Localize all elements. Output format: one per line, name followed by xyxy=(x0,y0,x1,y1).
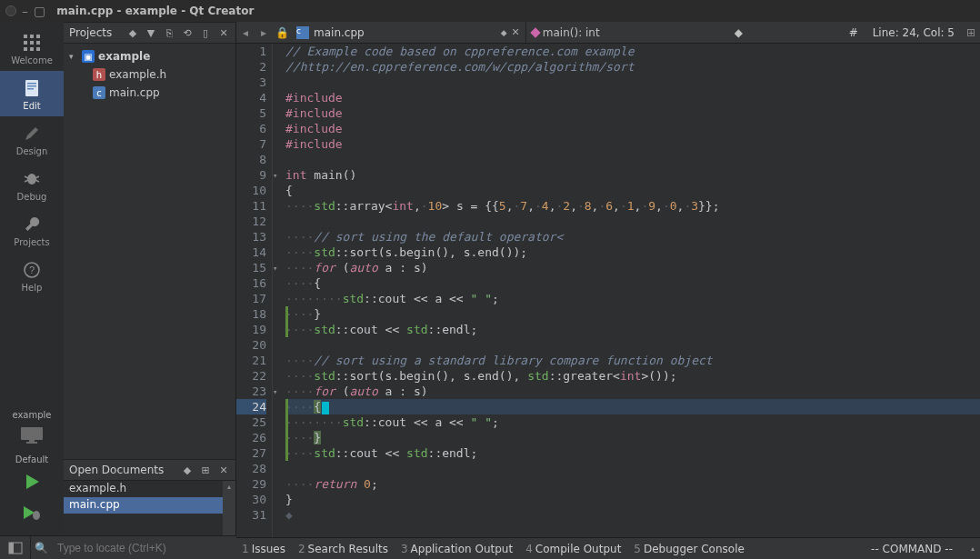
output-tab[interactable]: 1Issues xyxy=(242,543,285,555)
svg-rect-7 xyxy=(30,47,34,51)
svg-text:?: ? xyxy=(29,265,35,275)
file-tab[interactable]: c main.cpp ◆ ✕ xyxy=(291,22,526,43)
svg-rect-5 xyxy=(36,41,40,45)
split-editor-icon[interactable]: ⊞ xyxy=(962,26,980,39)
fold-column[interactable]: ▾▾▾ xyxy=(273,44,282,537)
svg-rect-11 xyxy=(27,85,36,87)
svg-line-15 xyxy=(35,176,39,178)
chevron-up-icon[interactable]: ▴ xyxy=(971,544,975,553)
tree-file-label: example.h xyxy=(109,68,166,81)
mode-debug[interactable]: Debug xyxy=(0,162,64,207)
symbol-selector[interactable]: main(): int ◆ xyxy=(526,26,748,39)
kit-config-label[interactable]: Default xyxy=(15,451,49,466)
chevron-down-icon[interactable]: ◆ xyxy=(126,26,139,39)
projects-panel-label[interactable]: Projects xyxy=(69,26,121,39)
svg-line-17 xyxy=(35,180,39,182)
folder-icon: ▣ xyxy=(82,50,95,63)
sync-icon[interactable]: ⟲ xyxy=(181,26,194,39)
symbol-icon xyxy=(530,27,540,37)
mode-design-label: Design xyxy=(16,146,48,156)
svg-rect-1 xyxy=(30,35,34,38)
split-icon[interactable]: ⊞ xyxy=(199,464,212,476)
mode-welcome[interactable]: Welcome xyxy=(0,25,64,71)
line-col-status[interactable]: Line: 24, Col: 5 xyxy=(865,26,962,39)
svg-rect-4 xyxy=(30,41,34,45)
mode-bar: Welcome Edit Design Debug Projects xyxy=(0,22,64,559)
kit-project-label[interactable]: example xyxy=(12,406,51,422)
svg-rect-12 xyxy=(27,88,34,90)
close-panel-icon[interactable]: ✕ xyxy=(217,464,230,476)
nav-forward-button[interactable]: ▸ xyxy=(255,26,273,39)
mode-help[interactable]: ? Help xyxy=(0,253,64,298)
svg-rect-10 xyxy=(27,83,36,85)
svg-rect-22 xyxy=(26,442,37,444)
output-tab[interactable]: 5Debugger Console xyxy=(634,543,745,555)
question-icon: ? xyxy=(19,260,45,280)
chevron-down-icon[interactable]: ◆ xyxy=(735,26,743,39)
hash-label[interactable]: # xyxy=(842,26,865,39)
mode-projects-label: Projects xyxy=(14,237,49,247)
svg-rect-8 xyxy=(36,47,40,51)
link-icon[interactable]: ⎘ xyxy=(163,26,175,39)
svg-point-23 xyxy=(33,511,40,520)
symbol-label: main(): int xyxy=(543,26,600,39)
toggle-sidebar-button[interactable] xyxy=(0,536,31,559)
svg-rect-25 xyxy=(9,543,14,554)
output-tab[interactable]: 4Compile Output xyxy=(525,543,621,555)
code-editor[interactable]: 1234567891011121314151617181920212223242… xyxy=(236,44,980,537)
cpp-file-icon: c xyxy=(296,26,309,39)
tree-file-row[interactable]: h example.h xyxy=(64,65,235,84)
tree-file-row[interactable]: c main.cpp xyxy=(64,84,235,102)
open-doc-row[interactable]: example.h xyxy=(64,481,235,497)
output-pane-tabs: 1Issues2Search Results3Application Outpu… xyxy=(236,537,980,559)
minimize-icon[interactable]: – xyxy=(22,4,28,18)
svg-line-14 xyxy=(25,176,28,178)
locator-input[interactable] xyxy=(52,542,236,554)
line-number-gutter[interactable]: 1234567891011121314151617181920212223242… xyxy=(236,44,273,537)
side-panel: Projects ◆ ▼ ⎘ ⟲ ▯ ✕ ▾ ▣ example h examp… xyxy=(64,22,236,559)
code-content[interactable]: // Example code based on cppreference.co… xyxy=(282,44,980,537)
mode-design[interactable]: Design xyxy=(0,116,64,162)
wrench-icon xyxy=(19,215,45,235)
split-icon[interactable]: ▯ xyxy=(199,26,212,39)
bug-icon xyxy=(19,169,45,189)
close-tab-icon[interactable]: ✕ xyxy=(512,26,520,38)
svg-rect-2 xyxy=(36,35,40,38)
open-doc-label: example.h xyxy=(69,482,126,494)
titlebar: – ▢ main.cpp - example - Qt Creator xyxy=(0,0,980,22)
mode-edit-label: Edit xyxy=(23,101,40,111)
svg-line-16 xyxy=(25,180,28,182)
run-button[interactable] xyxy=(0,466,64,497)
chevron-down-icon[interactable]: ◆ xyxy=(181,464,194,476)
open-docs-label[interactable]: Open Documents xyxy=(69,464,175,476)
open-doc-row[interactable]: main.cpp xyxy=(64,497,235,514)
mode-edit[interactable]: Edit xyxy=(0,71,64,116)
chevron-down-icon[interactable]: ◆ xyxy=(501,28,507,37)
output-tab[interactable]: 3Application Output xyxy=(401,543,513,555)
output-tab[interactable]: 2Search Results xyxy=(298,543,388,555)
monitor-icon[interactable] xyxy=(14,424,50,447)
grid-icon xyxy=(19,33,45,53)
window-title: main.cpp - example - Qt Creator xyxy=(56,5,254,17)
mode-projects[interactable]: Projects xyxy=(0,207,64,253)
editor-toolbar: ◂ ▸ 🔒 c main.cpp ◆ ✕ main(): int ◆ # Lin… xyxy=(236,22,980,44)
mode-help-label: Help xyxy=(22,283,43,293)
svg-rect-6 xyxy=(24,47,27,51)
open-docs-header: Open Documents ◆ ⊞ ✕ xyxy=(64,459,235,481)
chevron-down-icon[interactable]: ▾ xyxy=(69,52,78,61)
lock-icon[interactable]: 🔒 xyxy=(273,26,291,39)
close-panel-icon[interactable]: ✕ xyxy=(217,26,230,39)
window-menu-icon[interactable] xyxy=(5,5,16,16)
search-icon: 🔍 xyxy=(31,542,52,554)
debug-run-button[interactable] xyxy=(0,497,64,528)
project-tree[interactable]: ▾ ▣ example h example.h c main.cpp xyxy=(64,44,235,459)
vim-mode-status: -- COMMAND -- xyxy=(871,543,953,555)
svg-rect-21 xyxy=(29,440,35,442)
header-file-icon: h xyxy=(93,68,105,81)
maximize-icon[interactable]: ▢ xyxy=(34,4,45,18)
mode-debug-label: Debug xyxy=(17,192,47,202)
cpp-file-icon: c xyxy=(93,86,105,99)
tree-project-row[interactable]: ▾ ▣ example xyxy=(64,47,235,65)
filter-icon[interactable]: ▼ xyxy=(145,26,157,39)
nav-back-button[interactable]: ◂ xyxy=(236,26,255,39)
